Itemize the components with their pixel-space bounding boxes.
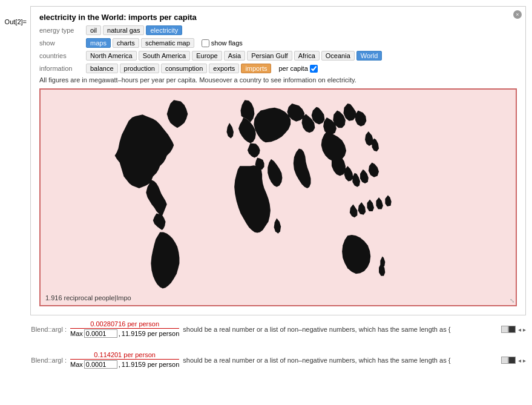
blend1-message: should be a real number or a list of non… (183, 326, 501, 333)
map-resize-icon[interactable]: ⤡ (510, 297, 514, 304)
energy-oil-button[interactable]: oil (86, 25, 101, 35)
blend2-label: Blend::argl : (6, 357, 67, 364)
show-maps-button[interactable]: maps (86, 38, 111, 48)
blend1-prev-button[interactable]: ◂ (518, 326, 521, 333)
country-world-button[interactable]: World (356, 51, 383, 61)
energy-type-label: energy type (39, 27, 82, 34)
blend2-line (70, 359, 179, 360)
blend1-line (70, 328, 179, 329)
energy-electricity-button[interactable]: electricity (146, 25, 182, 35)
info-production-button[interactable]: production (120, 64, 159, 73)
blend1-arrows: ◂ ▸ (518, 326, 526, 333)
countries-row: countries North America South America Eu… (39, 51, 517, 61)
blend1-max-label: Max (70, 330, 83, 337)
blend-section-2: Blend::argl : 0.114201 per person Max , … (0, 346, 532, 377)
blend2-value: 0.114201 per person (94, 351, 156, 358)
blend1-swatch-dark (508, 325, 516, 333)
blend1-min-input[interactable] (84, 329, 117, 338)
output-row: Out[2]= × electricity in the World: impo… (0, 6, 532, 315)
info-note: All figures are in megawatt–hours per ye… (39, 76, 517, 84)
information-label: information (39, 65, 82, 72)
blend-section-1: Blend::argl : 0.00280716 per person Max … (0, 315, 532, 346)
blend2-next-button[interactable]: ▸ (523, 357, 526, 364)
blend2-arrows: ◂ ▸ (518, 357, 526, 364)
blend2-min-input[interactable] (84, 360, 117, 369)
blend2-max-value: 11.9159 per person (122, 361, 179, 368)
blend2-value-section: 0.114201 per person Max , 11.9159 per pe… (70, 351, 179, 369)
blend1-max-value: 11.9159 per person (122, 330, 179, 337)
energy-naturalgas-button[interactable]: natural gas (103, 25, 144, 35)
map-container: 1.916 reciprocal people|Impo ⤡ (39, 88, 517, 306)
blend2-range: Max , 11.9159 per person (70, 360, 179, 369)
info-balance-button[interactable]: balance (86, 64, 118, 73)
show-row: show maps charts schematic map show flag… (39, 38, 517, 48)
blend1-range: Max , 11.9159 per person (70, 329, 179, 338)
show-flags-wrapper: show flags (202, 39, 243, 47)
blend1-value-section: 0.00280716 per person Max , 11.9159 per … (70, 320, 179, 338)
information-row: information balance production consumpti… (39, 64, 517, 73)
widget-title: electricity in the World: imports per ca… (39, 13, 517, 22)
show-schematic-button[interactable]: schematic map (141, 38, 194, 48)
blend2-swatch-light (501, 356, 508, 364)
countries-label: countries (39, 52, 82, 59)
blend-row-1: Blend::argl : 0.00280716 per person Max … (6, 320, 526, 338)
per-capita-wrapper: per capita (278, 65, 317, 73)
blend1-separator: , (119, 330, 120, 337)
blend1-swatch-light (501, 325, 508, 333)
close-button[interactable]: × (513, 10, 522, 19)
info-consumption-button[interactable]: consumption (161, 64, 207, 73)
country-oceania-button[interactable]: Oceania (321, 51, 355, 61)
widget-box: × electricity in the World: imports per … (30, 6, 526, 315)
country-southamerica-button[interactable]: South America (139, 51, 191, 61)
blend1-value: 0.00280716 per person (90, 320, 159, 328)
energy-type-row: energy type oil natural gas electricity (39, 25, 517, 35)
country-africa-button[interactable]: Africa (294, 51, 320, 61)
info-imports-button[interactable]: imports (241, 64, 271, 73)
blend2-swatch-dark (508, 356, 516, 364)
info-exports-button[interactable]: exports (209, 64, 239, 73)
country-persiangulf-button[interactable]: Persian Gulf (247, 51, 292, 61)
show-flags-checkbox[interactable] (202, 39, 209, 47)
world-map[interactable] (41, 90, 516, 305)
country-northamerica-button[interactable]: North America (86, 51, 137, 61)
show-label: show (39, 39, 82, 47)
per-capita-checkbox[interactable] (310, 65, 318, 73)
map-caption: 1.916 reciprocal people|Impo (45, 294, 131, 301)
blend-row-2: Blend::argl : 0.114201 per person Max , … (6, 351, 526, 369)
blend1-next-button[interactable]: ▸ (523, 326, 526, 333)
blend2-max-label: Max (70, 361, 83, 368)
show-flags-label[interactable]: show flags (211, 39, 243, 47)
country-asia-button[interactable]: Asia (224, 51, 245, 61)
blend2-message: should be a real number or a list of non… (183, 357, 501, 364)
close-icon: × (516, 12, 519, 18)
blend2-separator: , (119, 361, 120, 368)
per-capita-label: per capita (278, 65, 307, 72)
country-europe-button[interactable]: Europe (192, 51, 222, 61)
page-container: Out[2]= × electricity in the World: impo… (0, 0, 532, 383)
blend1-label: Blend::argl : (6, 326, 67, 333)
show-charts-button[interactable]: charts (113, 38, 139, 48)
blend2-prev-button[interactable]: ◂ (518, 357, 521, 364)
output-label: Out[2]= (0, 6, 30, 315)
